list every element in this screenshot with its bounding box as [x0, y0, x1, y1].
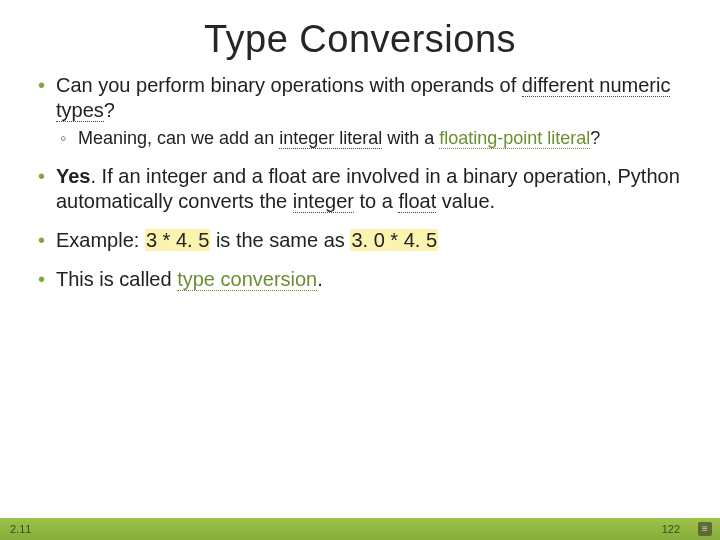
slide-body: Can you perform binary operations with o…	[0, 61, 720, 292]
text: ?	[104, 99, 115, 121]
text: is the same as	[210, 229, 350, 251]
text: .	[317, 268, 323, 290]
sub-bullet-1: Meaning, can we add an integer literal w…	[56, 127, 682, 150]
underline-text: integer literal	[279, 128, 382, 149]
text: Can you perform binary operations with o…	[56, 74, 522, 96]
text: ?	[590, 128, 600, 148]
bullet-2: Yes. If an integer and a float are invol…	[38, 164, 682, 214]
link-text: type conversion	[177, 268, 317, 291]
bullet-4: This is called type conversion.	[38, 267, 682, 292]
text: value.	[436, 190, 495, 212]
underline-text: integer	[293, 190, 354, 213]
text: Example:	[56, 229, 145, 251]
text: Meaning, can we add an	[78, 128, 279, 148]
menu-icon[interactable]	[698, 522, 712, 536]
bold-text: Yes	[56, 165, 90, 187]
sub-bullet-list: Meaning, can we add an integer literal w…	[56, 127, 682, 150]
underline-text: float	[398, 190, 436, 213]
footer-bar: 2.11 122	[0, 518, 720, 540]
highlight-text: 3 * 4. 5	[145, 229, 210, 251]
text: This is called	[56, 268, 177, 290]
link-text: floating-point literal	[439, 128, 590, 149]
text: to a	[354, 190, 398, 212]
slide: Type Conversions Can you perform binary …	[0, 0, 720, 540]
bullet-list: Can you perform binary operations with o…	[38, 73, 682, 292]
highlight-text: 3. 0 * 4. 5	[350, 229, 438, 251]
bullet-3: Example: 3 * 4. 5 is the same as 3. 0 * …	[38, 228, 682, 253]
text: with a	[382, 128, 439, 148]
section-number: 2.11	[0, 523, 662, 535]
bullet-1: Can you perform binary operations with o…	[38, 73, 682, 150]
slide-title: Type Conversions	[0, 0, 720, 61]
